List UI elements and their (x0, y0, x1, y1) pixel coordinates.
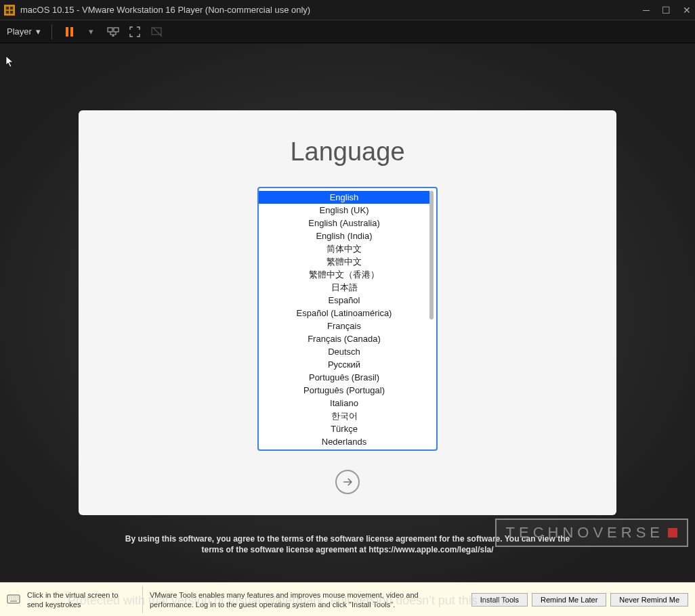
language-option[interactable]: 繁體中文（香港） (259, 268, 429, 281)
toolbar-separator (51, 24, 52, 39)
language-option[interactable]: Français (Canada) (259, 332, 429, 345)
language-option[interactable]: Deutsch (259, 345, 429, 358)
language-option[interactable]: 繁體中文 (259, 255, 429, 268)
chip-icon (668, 528, 677, 537)
minimize-button[interactable]: ─ (643, 5, 650, 16)
vm-viewport[interactable]: Language EnglishEnglish (UK)English (Aus… (0, 43, 695, 582)
window-titlebar: macOS 10.15 - VMware Workstation 16 Play… (0, 0, 695, 20)
language-option[interactable]: English (Australia) (259, 217, 429, 229)
language-option[interactable]: Français (259, 320, 429, 332)
watermark-trial-text: Protected with trial version of Visual W… (68, 594, 511, 608)
watermark-brand-logo: TECHNOVERSE (495, 519, 688, 547)
cursor-icon (5, 56, 15, 70)
continue-button[interactable] (335, 470, 360, 494)
language-option[interactable]: Español (259, 294, 429, 307)
remind-later-button[interactable]: Remind Me Later (532, 593, 606, 607)
send-ctrl-alt-del-button[interactable] (106, 25, 120, 39)
scrollbar-thumb[interactable] (429, 191, 434, 320)
player-menu[interactable]: Player ▾ (7, 26, 41, 37)
svg-rect-1 (10, 6, 13, 9)
toolbar: Player ▾ ▾ (0, 20, 695, 43)
language-option[interactable]: Türkçe (259, 422, 429, 435)
never-remind-button[interactable]: Never Remind Me (610, 593, 688, 607)
language-option[interactable]: English (UK) (259, 204, 429, 217)
unity-mode-button[interactable] (150, 25, 163, 39)
svg-rect-5 (114, 28, 119, 32)
language-option[interactable]: English (India) (259, 229, 429, 242)
window-title: macOS 10.15 - VMware Workstation 16 Play… (20, 5, 643, 15)
macos-installer-panel: Language EnglishEnglish (UK)English (Aus… (79, 110, 616, 515)
language-option[interactable]: English (259, 191, 429, 204)
maximize-button[interactable]: ☐ (662, 5, 671, 16)
language-option[interactable]: Русский (259, 358, 429, 371)
vmware-app-icon (4, 5, 15, 16)
dropdown-icon: ▾ (36, 26, 41, 37)
pause-button[interactable] (63, 25, 77, 39)
fullscreen-button[interactable] (128, 25, 142, 39)
svg-rect-4 (108, 28, 112, 32)
svg-rect-2 (6, 10, 9, 13)
language-option[interactable]: 日本語 (259, 281, 429, 294)
close-button[interactable]: ✕ (683, 5, 691, 16)
language-listbox[interactable]: EnglishEnglish (UK)English (Australia)En… (257, 187, 438, 451)
language-option[interactable]: Português (Portugal) (259, 384, 429, 397)
language-option[interactable]: Nederlands (259, 435, 429, 448)
keyboard-icon (7, 594, 20, 605)
language-scrollbar[interactable] (429, 188, 436, 449)
power-dropdown-icon[interactable]: ▾ (85, 25, 98, 39)
language-option[interactable]: Español (Latinoamérica) (259, 307, 429, 320)
language-option[interactable]: 한국어 (259, 410, 429, 422)
language-option[interactable]: Português (Brasil) (259, 371, 429, 384)
player-menu-label: Player (7, 26, 32, 37)
installer-title: Language (290, 137, 404, 167)
language-option[interactable]: Italiano (259, 397, 429, 410)
language-option[interactable]: 简体中文 (259, 242, 429, 255)
svg-rect-3 (10, 10, 13, 13)
svg-rect-0 (6, 6, 9, 9)
